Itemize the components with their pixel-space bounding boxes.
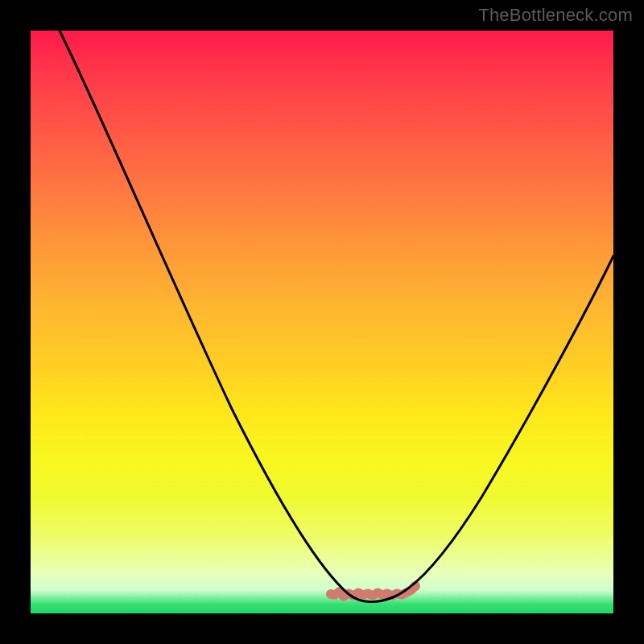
curve-layer [31, 31, 613, 613]
watermark-text: TheBottleneck.com [478, 5, 633, 26]
chart-container: TheBottleneck.com [0, 0, 644, 644]
plot-area [31, 31, 613, 613]
left-cap-icon [326, 589, 336, 599]
bottleneck-curve [60, 31, 613, 602]
